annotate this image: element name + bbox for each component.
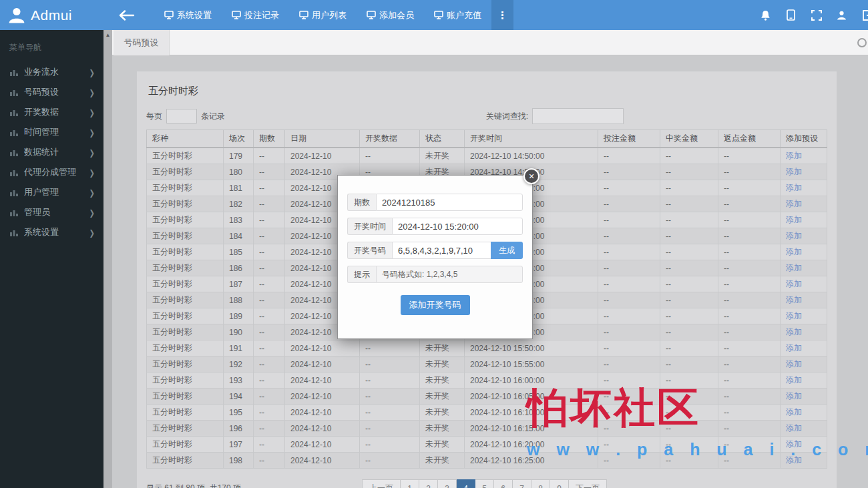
sidebar-item-管理员[interactable]: 管理员❯ xyxy=(0,202,103,222)
pagination-prev-button[interactable]: 上一页 xyxy=(362,479,401,488)
table-cell: 184 xyxy=(224,228,254,244)
sidebar-item-业务流水[interactable]: 业务流水❯ xyxy=(0,62,103,82)
menu-item-icon xyxy=(10,129,18,136)
more-menu-button[interactable]: ⋮ xyxy=(491,0,513,30)
tab-number-preset[interactable]: 号码预设 xyxy=(114,30,170,55)
draw-numbers-input[interactable] xyxy=(392,242,491,259)
table-cell: -- xyxy=(598,228,660,244)
navbar-item-label: 添加会员 xyxy=(379,9,414,21)
add-draw-number-submit-button[interactable]: 添加开奖号码 xyxy=(401,295,470,315)
chevron-right-icon: ❯ xyxy=(89,168,95,176)
add-preset-link[interactable]: 添加 xyxy=(786,215,802,224)
add-preset-link[interactable]: 添加 xyxy=(786,263,802,272)
pagination-page-8[interactable]: 8 xyxy=(531,479,550,488)
navbar-item-用户列表[interactable]: 用户列表 xyxy=(289,0,357,30)
add-preset-link[interactable]: 添加 xyxy=(786,199,802,208)
pagination-page-7[interactable]: 7 xyxy=(513,479,531,488)
generate-button[interactable]: 生成 xyxy=(491,242,523,259)
table-cell: -- xyxy=(360,356,420,373)
add-preset-link[interactable]: 添加 xyxy=(786,423,802,433)
pagination-page-4[interactable]: 4 xyxy=(457,479,475,488)
pagination-page-3[interactable]: 3 xyxy=(438,479,457,488)
per-page-suffix-label: 条记录 xyxy=(201,111,225,122)
table-cell: -- xyxy=(718,292,781,308)
table-cell: 2024-12-10 15:55:00 xyxy=(465,356,598,373)
menu-item-icon xyxy=(10,89,18,96)
table-cell: -- xyxy=(598,340,660,356)
table-cell: 未开奖 xyxy=(420,453,465,469)
add-preset-link[interactable]: 添加 xyxy=(786,279,802,288)
table-cell: -- xyxy=(254,453,285,469)
table-cell: 未开奖 xyxy=(420,389,465,405)
pagination-page-2[interactable]: 2 xyxy=(419,479,438,488)
sidebar-item-系统设置[interactable]: 系统设置❯ xyxy=(0,222,103,242)
scrollbar-up-arrow-icon[interactable]: ▲ xyxy=(103,32,112,38)
navbar-item-系统设置[interactable]: 系统设置 xyxy=(154,0,222,30)
navbar-item-账户充值[interactable]: 账户充值 xyxy=(424,0,491,30)
sidebar-item-数据统计[interactable]: 数据统计❯ xyxy=(0,142,103,162)
per-page-input[interactable] xyxy=(166,109,197,124)
add-preset-link[interactable]: 添加 xyxy=(786,231,802,240)
add-preset-link[interactable]: 添加 xyxy=(786,183,802,192)
add-preset-link[interactable]: 添加 xyxy=(786,359,802,369)
sidebar-item-label: 代理分成管理 xyxy=(24,166,76,178)
logout-icon[interactable] xyxy=(861,9,868,21)
table-cell: -- xyxy=(254,292,285,308)
pagination-next-button[interactable]: 下一页 xyxy=(569,479,607,488)
table-cell-add: 添加 xyxy=(781,340,827,356)
table-cell: -- xyxy=(598,405,660,421)
sidebar-item-用户管理[interactable]: 用户管理❯ xyxy=(0,182,103,202)
pagination-page-9[interactable]: 9 xyxy=(550,479,569,488)
sidebar-header: 菜单导航 xyxy=(0,30,103,53)
add-preset-link[interactable]: 添加 xyxy=(786,311,802,320)
add-preset-link[interactable]: 添加 xyxy=(786,295,802,304)
table-row: 五分时时彩191--2024-12-10--未开奖2024-12-10 15:5… xyxy=(147,340,827,356)
add-preset-link[interactable]: 添加 xyxy=(786,407,802,417)
sidebar-item-号码预设[interactable]: 号码预设❯ xyxy=(0,82,103,102)
table-cell: -- xyxy=(598,148,660,164)
add-preset-link[interactable]: 添加 xyxy=(786,391,802,401)
sidebar-item-label: 业务流水 xyxy=(24,66,59,78)
fullscreen-icon[interactable] xyxy=(811,9,822,21)
chevron-right-icon: ❯ xyxy=(89,228,95,236)
tab-refresh-icon[interactable] xyxy=(857,38,867,47)
issue-number-input[interactable] xyxy=(376,194,523,211)
add-preset-link[interactable]: 添加 xyxy=(786,327,802,336)
pagination-page-6[interactable]: 6 xyxy=(494,479,513,488)
modal-close-button[interactable]: ✕ xyxy=(523,168,539,184)
chevron-right-icon: ❯ xyxy=(89,208,95,216)
add-preset-link[interactable]: 添加 xyxy=(786,375,802,385)
add-preset-link[interactable]: 添加 xyxy=(786,247,802,256)
table-cell: -- xyxy=(718,437,781,453)
keyword-search-input[interactable] xyxy=(532,108,624,124)
add-preset-link[interactable]: 添加 xyxy=(786,455,802,465)
pagination-page-1[interactable]: 1 xyxy=(401,479,419,488)
pagination-page-5[interactable]: 5 xyxy=(475,479,494,488)
table-cell: -- xyxy=(660,244,718,260)
vertical-scrollbar[interactable]: ▲ xyxy=(103,30,112,488)
table-cell-add: 添加 xyxy=(781,276,827,292)
user-icon[interactable] xyxy=(836,9,847,21)
draw-time-input[interactable] xyxy=(392,218,523,235)
column-header-场次: 场次 xyxy=(224,130,254,148)
brand[interactable]: Admui xyxy=(0,0,103,30)
column-header-中奖金额: 中奖金额 xyxy=(660,130,718,148)
table-cell: 五分时时彩 xyxy=(147,244,224,260)
bell-icon[interactable] xyxy=(760,9,771,21)
table-cell: -- xyxy=(660,196,718,212)
add-preset-link[interactable]: 添加 xyxy=(786,151,802,160)
navbar-item-label: 投注记录 xyxy=(244,9,279,21)
table-cell: -- xyxy=(254,437,285,453)
table-cell: -- xyxy=(360,437,420,453)
mobile-icon[interactable] xyxy=(785,9,797,21)
add-preset-link[interactable]: 添加 xyxy=(786,343,802,352)
navbar-item-投注记录[interactable]: 投注记录 xyxy=(222,0,289,30)
back-button[interactable] xyxy=(118,0,136,30)
navbar-item-添加会员[interactable]: 添加会员 xyxy=(357,0,424,30)
add-preset-link[interactable]: 添加 xyxy=(786,167,802,176)
sidebar-item-代理分成管理[interactable]: 代理分成管理❯ xyxy=(0,162,103,182)
sidebar-item-时间管理[interactable]: 时间管理❯ xyxy=(0,122,103,142)
table-cell: 未开奖 xyxy=(420,356,465,373)
add-preset-link[interactable]: 添加 xyxy=(786,439,802,449)
sidebar-item-开奖数据[interactable]: 开奖数据❯ xyxy=(0,102,103,122)
